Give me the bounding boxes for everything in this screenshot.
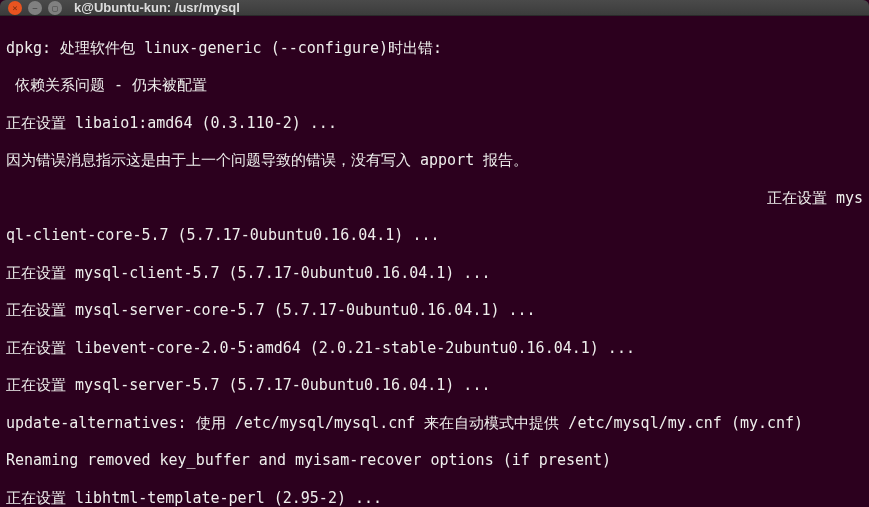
titlebar[interactable]: × − ▢ k@Ubuntu-kun: /usr/mysql — [0, 0, 869, 16]
output-line: 正在设置 libevent-core-2.0-5:amd64 (2.0.21-s… — [6, 339, 863, 358]
maximize-icon[interactable]: ▢ — [48, 1, 62, 15]
output-line: 依赖关系问题 - 仍未被配置 — [6, 76, 863, 95]
output-line: 正在设置 mysql-server-5.7 (5.7.17-0ubuntu0.1… — [6, 376, 863, 395]
window-title: k@Ubuntu-kun: /usr/mysql — [74, 0, 240, 15]
output-line: ql-client-core-5.7 (5.7.17-0ubuntu0.16.0… — [6, 226, 863, 245]
output-line: 正在设置 mysql-client-5.7 (5.7.17-0ubuntu0.1… — [6, 264, 863, 283]
close-icon[interactable]: × — [8, 1, 22, 15]
terminal-output[interactable]: dpkg: 处理软件包 linux-generic (--configure)时… — [0, 16, 869, 507]
output-line: 因为错误消息指示这是由于上一个问题导致的错误，没有写入 apport 报告。 — [6, 151, 863, 170]
output-line: 正在设置 libaio1:amd64 (0.3.110-2) ... — [6, 114, 863, 133]
output-line: dpkg: 处理软件包 linux-generic (--configure)时… — [6, 39, 863, 58]
minimize-icon[interactable]: − — [28, 1, 42, 15]
output-line: 正在设置 mysql-server-core-5.7 (5.7.17-0ubun… — [6, 301, 863, 320]
wrapped-text: 正在设置 mys — [767, 189, 863, 208]
output-line: 正在设置 mys — [6, 189, 863, 208]
output-line: Renaming removed key_buffer and myisam-r… — [6, 451, 863, 470]
output-line: update-alternatives: 使用 /etc/mysql/mysql… — [6, 414, 863, 433]
output-line: 正在设置 libhtml-template-perl (2.95-2) ... — [6, 489, 863, 507]
terminal-window: × − ▢ k@Ubuntu-kun: /usr/mysql dpkg: 处理软… — [0, 0, 869, 507]
window-controls: × − ▢ — [8, 1, 62, 15]
